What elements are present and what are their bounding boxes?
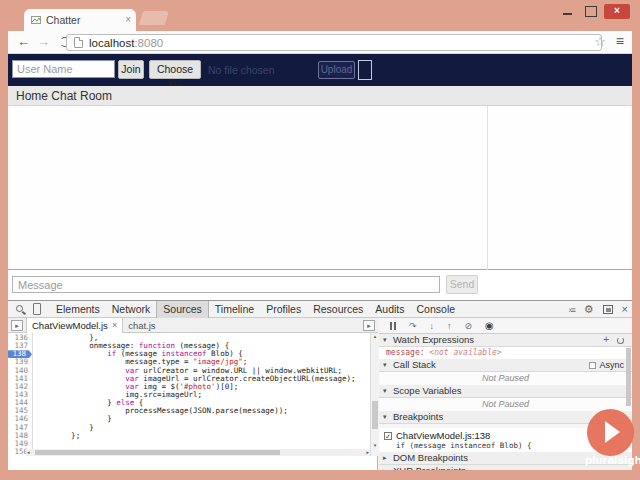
- line-number[interactable]: 137: [8, 342, 32, 350]
- tab-resources[interactable]: Resources: [307, 301, 369, 318]
- show-navigator-icon[interactable]: ▸: [11, 320, 23, 331]
- join-button[interactable]: Join: [118, 60, 144, 79]
- file-tab-label: ChatViewModel.js: [32, 318, 108, 333]
- watch-expressions-title: Watch Expressions: [393, 334, 474, 345]
- username-input[interactable]: [12, 60, 115, 78]
- code-line: [35, 440, 370, 448]
- maximize-button[interactable]: [582, 4, 598, 17]
- dock-side-icon[interactable]: [603, 305, 613, 314]
- pause-script-icon[interactable]: [390, 322, 396, 330]
- page-icon: [74, 37, 83, 48]
- collapsed-triangle-icon: ▸: [383, 452, 387, 464]
- dom-breakpoints-title: DOM Breakpoints: [393, 452, 468, 463]
- expand-triangle-icon: ▾: [383, 385, 387, 397]
- chat-app-header: Join Choose file No file chosen Upload: [8, 54, 632, 86]
- close-window-button[interactable]: ×: [604, 4, 630, 19]
- code-horizontal-scrollbar[interactable]: ◂ ▸: [26, 449, 370, 456]
- browser-menu-icon[interactable]: ≡: [616, 33, 624, 49]
- chat-message-area: [8, 106, 632, 270]
- tab-elements[interactable]: Elements: [50, 301, 106, 318]
- step-out-icon[interactable]: ↑: [447, 321, 452, 331]
- tab-sources[interactable]: Sources: [156, 301, 209, 318]
- scroll-left-icon[interactable]: ◂: [27, 449, 30, 456]
- devtools-close-icon[interactable]: ×: [622, 304, 628, 315]
- tab-audits[interactable]: Audits: [369, 301, 410, 318]
- scroll-right-icon[interactable]: ▸: [366, 449, 369, 456]
- code-line: };: [35, 432, 370, 440]
- browser-tab[interactable]: Chatter ×: [24, 9, 136, 31]
- code-editor[interactable]: 1361371381391401411421431441451461471481…: [8, 333, 378, 456]
- expand-triangle-icon: ▾: [383, 411, 387, 423]
- async-checkbox-group: Async: [589, 361, 624, 370]
- vertical-scroll-thumb[interactable]: [372, 401, 378, 429]
- room-title: Home Chat Room: [8, 86, 632, 106]
- expand-triangle-icon: ▾: [383, 359, 387, 371]
- message-input[interactable]: [12, 276, 440, 293]
- file-tab-chatviewmodel[interactable]: ChatViewModel.js ×: [26, 318, 123, 333]
- devtools-tabs: Elements Network Sources Timeline Profil…: [50, 301, 461, 318]
- step-over-icon[interactable]: ↷: [409, 321, 417, 331]
- sidebar-scroll-thumb[interactable]: [626, 348, 631, 406]
- tab-profiles[interactable]: Profiles: [260, 301, 307, 318]
- watch-header-icons: +: [603, 335, 624, 345]
- breakpoint-location[interactable]: ChatViewModel.js:138: [396, 430, 490, 441]
- send-button[interactable]: Send: [446, 275, 478, 294]
- chat-user-list-divider: [487, 106, 488, 270]
- pluralsight-logo-icon: [587, 409, 634, 456]
- tab-timeline[interactable]: Timeline: [209, 301, 260, 318]
- sources-pane: ▸ ChatViewModel.js × chat.js ▸ 136137138…: [8, 318, 378, 470]
- file-tabs-overflow-icon[interactable]: ▸: [363, 320, 375, 331]
- add-watch-icon[interactable]: +: [603, 335, 609, 345]
- tab-console[interactable]: Console: [411, 301, 462, 318]
- code-vertical-scrollbar[interactable]: ▴ ▾: [370, 333, 378, 456]
- upload-button[interactable]: Upload: [318, 61, 355, 79]
- xhr-breakpoints-title: XHR Breakpoints: [393, 465, 466, 470]
- message-row: Send: [8, 271, 632, 300]
- url-port: :8080: [134, 37, 163, 49]
- devtools-toolbar: Elements Network Sources Timeline Profil…: [8, 301, 632, 318]
- minimize-button[interactable]: [560, 4, 576, 17]
- scroll-down-icon[interactable]: ▾: [371, 442, 378, 448]
- tab-close-icon[interactable]: ×: [125, 15, 131, 25]
- devtools-toolbar-right: ›≡ ⚙ ×: [568, 301, 628, 318]
- console-drawer-icon[interactable]: ›≡: [568, 305, 574, 315]
- settings-gear-icon[interactable]: ⚙: [584, 303, 594, 316]
- back-icon[interactable]: ←: [17, 33, 30, 51]
- deactivate-breakpoints-icon[interactable]: ⊘: [465, 321, 473, 331]
- url-text: localhost:8080: [89, 37, 163, 49]
- pause-on-exceptions-icon[interactable]: ◉: [485, 321, 494, 331]
- breakpoints-title: Breakpoints: [393, 411, 443, 422]
- bookmark-star-icon[interactable]: ☆: [594, 34, 606, 49]
- watch-name: message:: [386, 348, 429, 357]
- scope-variables-title: Scope Variables: [393, 385, 461, 396]
- file-tab-close-icon[interactable]: ×: [112, 318, 117, 333]
- expand-triangle-icon: ▾: [383, 334, 387, 346]
- file-status-text: No file chosen: [208, 64, 275, 76]
- call-stack-header[interactable]: ▾ Call Stack Async: [379, 359, 632, 372]
- device-mode-icon[interactable]: [33, 303, 41, 315]
- scope-variables-header[interactable]: ▾ Scope Variables: [379, 385, 632, 398]
- choose-file-button[interactable]: Choose file: [149, 60, 201, 79]
- breakpoint-checkbox[interactable]: ✓: [384, 432, 392, 440]
- sidebar-scrollbar[interactable]: [626, 334, 632, 470]
- gutter[interactable]: 1361371381391401411421431441451461471481…: [8, 334, 32, 456]
- gutter-border: [32, 333, 33, 456]
- address-bar[interactable]: localhost:8080: [66, 34, 602, 51]
- scroll-up-icon[interactable]: ▴: [371, 333, 378, 339]
- async-checkbox[interactable]: [589, 362, 596, 369]
- watch-expression-row[interactable]: message: <not available>: [379, 347, 632, 359]
- debugger-controls: ↷ ↓ ↑ ⊘ ◉: [379, 318, 632, 334]
- inspect-element-icon[interactable]: [16, 305, 23, 312]
- tab-favicon-icon: [31, 15, 41, 25]
- watch-expressions-header[interactable]: ▾ Watch Expressions +: [379, 334, 632, 347]
- file-tab-chatjs[interactable]: chat.js: [123, 318, 160, 333]
- refresh-watch-icon[interactable]: [617, 337, 624, 344]
- new-tab-button[interactable]: [139, 11, 170, 25]
- step-into-icon[interactable]: ↓: [430, 321, 435, 331]
- horizontal-scroll-thumb[interactable]: [35, 450, 280, 455]
- forward-icon[interactable]: →: [37, 33, 50, 51]
- scope-variables-empty: Not Paused: [379, 398, 632, 411]
- devtools-panel: Elements Network Sources Timeline Profil…: [8, 300, 632, 470]
- line-number[interactable]: 138: [8, 350, 32, 358]
- tab-network[interactable]: Network: [106, 301, 157, 318]
